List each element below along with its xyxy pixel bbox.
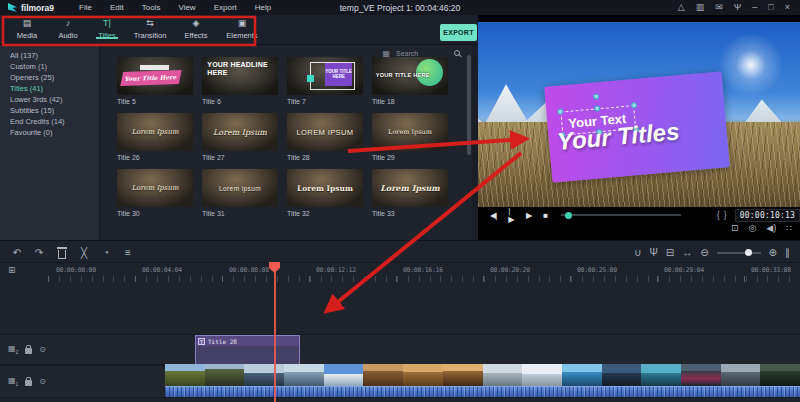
transition-icon: ⇆: [146, 18, 154, 29]
timeline-toolbar: ↶ ↷ ╳ ◔ ≡ ∪ Ψ ⊟ ↔ ⊖ ⊕ ∥: [0, 243, 800, 263]
close-button[interactable]: ×: [785, 0, 790, 15]
speaker-icon[interactable]: ◀): [766, 223, 776, 233]
timeline-title-clip[interactable]: T Title 28: [195, 335, 300, 365]
mixer-icon[interactable]: ⊟: [666, 247, 674, 258]
mail-icon[interactable]: ✉: [715, 0, 723, 15]
zoom-to-fit-icon[interactable]: ↔: [682, 247, 692, 258]
sidebar-item-openers[interactable]: Openers (25): [10, 72, 99, 83]
playhead-line[interactable]: [274, 263, 276, 402]
zoom-slider-handle[interactable]: [745, 249, 752, 256]
filmora-app-window: filmora9 File Edit Tools View Export Hel…: [0, 0, 800, 402]
export-button[interactable]: EXPORT: [440, 24, 477, 41]
track-1-video-icon: ▦1: [8, 376, 18, 387]
menu-view[interactable]: View: [169, 3, 204, 12]
title-template-30[interactable]: Lorem Ipsum Title 30: [117, 169, 193, 217]
library-scrollbar[interactable]: [467, 55, 471, 155]
sidebar-item-titles[interactable]: Titles (41): [10, 83, 99, 94]
tab-audio[interactable]: ♪ Audio: [50, 15, 86, 40]
adjust-icon[interactable]: ≡: [117, 247, 139, 258]
track-1-header: ▦1 ⊙: [0, 366, 55, 397]
mic-icon[interactable]: Ψ: [734, 0, 742, 15]
play-button[interactable]: ▶: [526, 211, 531, 220]
sidebar-item-all[interactable]: All (137): [10, 50, 99, 61]
stop-button[interactable]: ■: [543, 211, 547, 220]
timeline-zoom-slider[interactable]: [717, 252, 761, 254]
delete-icon[interactable]: [58, 250, 66, 259]
display-settings-icon[interactable]: ⊡: [731, 223, 739, 233]
selection-handle[interactable]: [594, 105, 601, 112]
sidebar-item-subtitles[interactable]: Subtitles (15): [10, 105, 99, 116]
elements-icon: ▣: [238, 18, 247, 29]
record-voiceover-icon[interactable]: Ψ: [649, 247, 657, 258]
titles-category-sidebar: All (137) Custom (1) Openers (25) Titles…: [0, 45, 100, 240]
track-1-lock-icon[interactable]: [25, 380, 32, 386]
tab-media[interactable]: ▤ Media: [8, 15, 46, 40]
title-template-27[interactable]: Lorem Ipsum Title 27: [202, 113, 278, 161]
mark-in-icon[interactable]: {: [717, 210, 720, 220]
sun-glare: [716, 30, 786, 100]
title-template-31[interactable]: Lorem ipsum Title 31: [202, 169, 278, 217]
effects-icon: ◈: [193, 18, 200, 29]
previous-frame-button[interactable]: ◀|: [490, 211, 496, 220]
fullscreen-icon[interactable]: ∷: [786, 223, 792, 233]
menu-edit[interactable]: Edit: [101, 3, 133, 12]
app-logo-text: filmora9: [21, 3, 54, 13]
preview-video[interactable]: Your Text Your Titles: [478, 22, 800, 207]
track-2-lock-icon[interactable]: [25, 348, 32, 354]
track-2-eye-icon[interactable]: ⊙: [39, 345, 46, 354]
title-template-5[interactable]: Your Title Here Title 5: [117, 57, 193, 105]
tab-transition[interactable]: ⇆ Transition: [128, 15, 172, 40]
track-2: ▦2 ⊙: [0, 334, 800, 365]
sidebar-item-lower3rds[interactable]: Lower 3rds (42): [10, 94, 99, 105]
next-frame-button[interactable]: |▶: [508, 206, 514, 224]
preview-corner-icons: ⊡ ◎ ◀) ∷: [731, 223, 792, 233]
rotate-handle[interactable]: [593, 93, 600, 100]
zoom-out-icon[interactable]: ⊖: [700, 247, 708, 258]
audio-note-icon: ♪: [66, 18, 71, 29]
menu-tools[interactable]: Tools: [133, 3, 170, 12]
mark-out-icon[interactable]: }: [724, 210, 727, 220]
title-overlay-box[interactable]: Your Text Your Titles: [544, 71, 730, 182]
title-template-28[interactable]: LOREM IPSUM Title 28: [287, 113, 363, 161]
sidebar-item-endcredits[interactable]: End Credits (14): [10, 116, 99, 127]
marker-icon[interactable]: ∪: [634, 247, 641, 258]
search-icon[interactable]: [454, 50, 460, 56]
sidebar-item-custom[interactable]: Custom (1): [10, 61, 99, 72]
selection-handle[interactable]: [557, 108, 564, 115]
tab-titles[interactable]: T| Titles: [90, 15, 124, 40]
redo-icon[interactable]: ↷: [28, 247, 50, 258]
title-template-33[interactable]: Lorem Ipsum Title 33: [372, 169, 448, 217]
title-template-6[interactable]: YOUR HEADLINE HERE Title 6: [202, 57, 278, 105]
maximize-button[interactable]: □: [768, 0, 773, 15]
title-template-32[interactable]: Lorem Ipsum Title 32: [287, 169, 363, 217]
zoom-in-icon[interactable]: ⊕: [769, 247, 777, 258]
selection-handle[interactable]: [631, 102, 638, 109]
title-template-26[interactable]: Lorem Ipsum Title 26: [117, 113, 193, 161]
timeline-ruler[interactable]: 00:00:00:00 00:00:04:04 00:00:08:08 00:0…: [0, 263, 800, 283]
undo-icon[interactable]: ↶: [6, 247, 28, 258]
title-templates-grid: Your Title Here Title 5 YOUR HEADLINE HE…: [117, 57, 448, 217]
account-icon[interactable]: △: [678, 0, 685, 15]
share-icon[interactable]: ▥: [696, 0, 705, 15]
preview-timecode: 00:00:10:13: [735, 209, 800, 222]
title-template-29[interactable]: Lorem Ipsum Title 29: [372, 113, 448, 161]
scrubber-handle[interactable]: [565, 212, 572, 219]
menu-file[interactable]: File: [70, 3, 101, 12]
menu-export[interactable]: Export: [205, 3, 246, 12]
title-template-7[interactable]: YOUR TITLE HERE Title 7: [287, 57, 363, 105]
snapshot-icon[interactable]: ◎: [748, 223, 756, 233]
split-icon[interactable]: ╳: [73, 247, 95, 258]
track-layout-icon[interactable]: ∥: [785, 247, 790, 258]
speed-icon[interactable]: ◔: [95, 247, 117, 258]
title-template-18[interactable]: YOUR TITLE HERE Title 18: [372, 57, 448, 105]
preview-scrubber[interactable]: [561, 214, 681, 216]
timeline-audio-waveform[interactable]: [165, 386, 800, 397]
sidebar-item-favourite[interactable]: Favourite (0): [10, 127, 99, 138]
tab-effects[interactable]: ◈ Effects: [176, 15, 216, 40]
track-1-eye-icon[interactable]: ⊙: [39, 377, 46, 386]
ruler-ticks: [48, 276, 800, 282]
minimize-button[interactable]: –: [752, 0, 757, 15]
tab-elements[interactable]: ▣ Elements: [220, 15, 264, 40]
menu-help[interactable]: Help: [246, 3, 280, 12]
timeline-video-clip[interactable]: [165, 364, 800, 386]
